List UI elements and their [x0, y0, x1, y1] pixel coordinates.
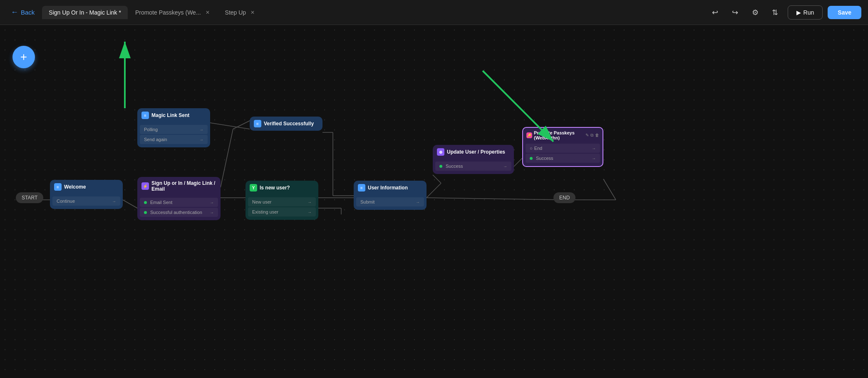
magic-link-sent-node[interactable]: ≡ Magic Link Sent Polling → Send again →: [137, 108, 210, 147]
start-label: START: [22, 195, 37, 201]
updateuser-arrow: →: [503, 164, 507, 169]
magic-link-polling-row[interactable]: Polling →: [140, 125, 208, 134]
magic-link-header: ≡ Magic Link Sent: [137, 108, 210, 122]
isnewuser-existinguser-label: Existing user: [252, 209, 278, 214]
promote-passkeys-title: Promote Passkeys (WebAuthn): [534, 130, 585, 140]
userinfo-title: User Information: [368, 185, 408, 191]
delete-icon[interactable]: 🗑: [595, 133, 599, 138]
signup-emailsent-row[interactable]: Email Sent →: [140, 198, 218, 207]
promote-success-label: Success: [536, 156, 553, 161]
magic-link-icon: ≡: [141, 112, 149, 119]
run-button[interactable]: ▶ Run: [788, 5, 823, 20]
end-label: END: [559, 195, 570, 201]
save-button[interactable]: Save: [828, 6, 861, 19]
updateuser-success-row[interactable]: Success →: [435, 162, 511, 171]
isnewuser-body: New user → Existing user →: [246, 195, 318, 220]
updateuser-body: Success →: [433, 159, 514, 174]
updateuser-header: ⊕ Update User / Properties: [433, 145, 514, 159]
userinfo-header: ≡ User Information: [354, 181, 427, 195]
verified-node[interactable]: ≡ Verified Successfully: [250, 117, 322, 131]
tab-step-up-label: Step Up: [225, 9, 246, 16]
magic-link-polling-label: Polling: [144, 127, 158, 132]
welcome-continue-arrow: →: [112, 199, 116, 204]
run-label: Run: [804, 9, 814, 16]
add-node-button[interactable]: +: [12, 46, 35, 68]
magic-link-title: Magic Link Sent: [151, 112, 189, 118]
tab-magic-link[interactable]: Sign Up Or In - Magic Link *: [42, 6, 128, 19]
updateuser-node[interactable]: ⊕ Update User / Properties Success →: [433, 145, 514, 174]
signup-node[interactable]: ⚡ Sign Up or In / Magic Link / Email Ema…: [137, 177, 221, 220]
promote-end-row[interactable]: ○ End →: [526, 144, 600, 153]
edit-icon[interactable]: ✎: [585, 133, 589, 138]
signup-header: ⚡ Sign Up or In / Magic Link / Email: [137, 177, 221, 195]
tab-step-up-close[interactable]: ✕: [249, 9, 256, 16]
run-play-icon: ▶: [796, 9, 801, 16]
flow-canvas[interactable]: +: [0, 25, 868, 378]
copy-icon[interactable]: ⧉: [590, 133, 593, 138]
promote-node-actions: ✎ ⧉ 🗑: [585, 133, 599, 138]
userinfo-body: Submit →: [354, 195, 427, 210]
back-arrow-icon: ←: [11, 8, 18, 17]
promote-success-dot: [530, 157, 533, 160]
isnewuser-header: Y Is new user?: [246, 181, 318, 195]
promote-passkeys-icon: 🔑: [526, 132, 532, 138]
back-button[interactable]: ← Back: [7, 5, 39, 19]
isnewuser-existinguser-row[interactable]: Existing user →: [248, 207, 316, 216]
existinguser-arrow: →: [308, 210, 312, 214]
auth-dot: [144, 211, 147, 214]
svg-line-5: [221, 129, 233, 187]
svg-line-7: [210, 123, 250, 129]
tabs-container: Sign Up Or In - Magic Link * Promote Pas…: [42, 6, 704, 19]
updateuser-icon: ⊕: [437, 148, 444, 156]
signup-title: Sign Up or In / Magic Link / Email: [151, 180, 216, 192]
magic-link-sendagain-label: Send again: [144, 137, 167, 142]
welcome-node-body: Continue →: [50, 194, 123, 209]
isnewuser-node[interactable]: Y Is new user? New user → Existing user …: [246, 181, 318, 220]
signup-auth-row[interactable]: Successful authentication →: [140, 208, 218, 217]
promote-end-arrow: →: [592, 146, 596, 151]
promote-success-arrow: →: [592, 156, 596, 161]
undo-button[interactable]: ↩: [708, 5, 723, 20]
sendagain-arrow: →: [199, 137, 203, 142]
tab-step-up[interactable]: Step Up ✕: [218, 6, 263, 19]
tab-promote-passkeys[interactable]: Promote Passkeys (We... ✕: [129, 6, 218, 19]
polling-arrow: →: [199, 127, 203, 132]
isnewuser-newuser-row[interactable]: New user →: [248, 197, 316, 206]
back-label: Back: [21, 9, 35, 16]
auth-arrow: →: [210, 210, 214, 215]
branch-button[interactable]: ⇅: [768, 5, 783, 20]
svg-line-13: [433, 175, 441, 183]
settings-button[interactable]: ⚙: [748, 5, 763, 20]
redo-button[interactable]: ↪: [728, 5, 743, 20]
svg-line-15: [514, 158, 522, 167]
promote-body: ○ End → Success →: [523, 141, 603, 166]
svg-line-12: [427, 183, 441, 198]
promote-end-label: End: [534, 146, 543, 151]
welcome-node[interactable]: ≡ Welcome Continue →: [50, 180, 123, 209]
connections-svg: [0, 25, 868, 378]
signup-auth-label: Successful authentication: [150, 210, 202, 215]
promote-success-row[interactable]: Success →: [526, 154, 600, 163]
userinfo-icon: ≡: [358, 184, 365, 191]
submit-arrow: →: [416, 200, 420, 204]
userinfo-submit-row[interactable]: Submit →: [356, 197, 424, 206]
welcome-icon: ≡: [54, 183, 62, 191]
promote-passkeys-node[interactable]: 🔑 Promote Passkeys (WebAuthn) ✎ ⧉ 🗑 ○ En…: [522, 127, 603, 167]
userinfo-node[interactable]: ≡ User Information Submit →: [354, 181, 427, 210]
save-label: Save: [838, 9, 851, 16]
magic-link-sendagain-row[interactable]: Send again →: [140, 135, 208, 144]
updateuser-title: Update User / Properties: [447, 149, 505, 155]
welcome-continue-label: Continue: [57, 199, 75, 204]
verified-title: Verified Successfully: [264, 121, 314, 127]
start-node: START: [16, 192, 43, 203]
tab-promote-passkeys-label: Promote Passkeys (We...: [135, 9, 201, 16]
isnewuser-newuser-label: New user: [252, 199, 271, 204]
signup-body: Email Sent → Successful authentication →: [137, 195, 221, 220]
updateuser-success-label: Success: [446, 164, 463, 169]
welcome-continue-row[interactable]: Continue →: [52, 196, 120, 206]
svg-line-16: [603, 179, 616, 200]
verified-icon: ≡: [254, 120, 261, 127]
topbar-actions: ↩ ↪ ⚙ ⇅ ▶ Run Save: [708, 5, 861, 20]
tab-promote-passkeys-close[interactable]: ✕: [204, 9, 211, 16]
isnewuser-icon: Y: [250, 184, 257, 191]
